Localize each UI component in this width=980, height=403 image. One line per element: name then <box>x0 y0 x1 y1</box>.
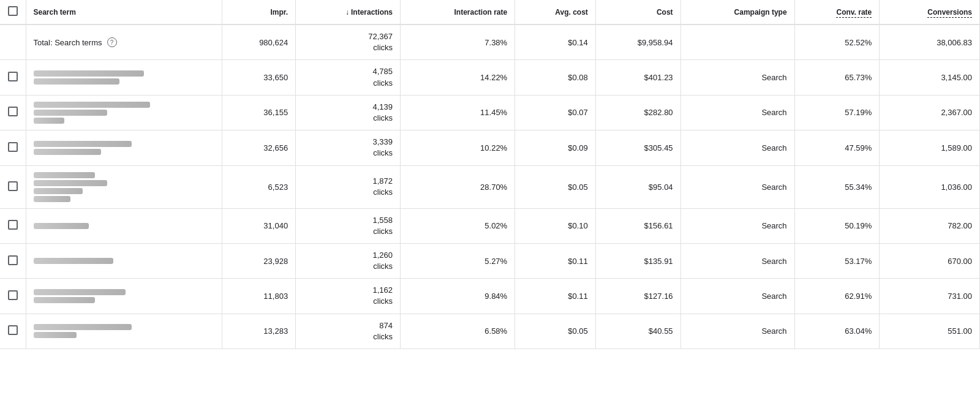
row-6-search-term[interactable] <box>26 243 222 278</box>
col-header-cost-label: Cost <box>657 8 673 17</box>
row-6-blurred-line-0 <box>34 258 113 264</box>
row-3-interactions: 3,339clicks <box>296 130 401 165</box>
row-2-conversions: 2,367.00 <box>880 95 980 130</box>
row-2-conv-rate: 57.19% <box>794 95 880 130</box>
row-6-interactions-unit: clicks <box>303 261 393 272</box>
row-6-checkbox[interactable] <box>8 255 18 265</box>
row-8-search-term-content <box>34 324 214 338</box>
row-2-interactions-unit: clicks <box>303 113 393 124</box>
total-label-container: Total: Search terms ? <box>34 37 214 47</box>
col-header-interaction-rate: Interaction rate <box>401 0 515 24</box>
row-4-interaction-rate: 28.70% <box>401 165 515 208</box>
total-row-interactions: 72,367 clicks <box>296 24 401 60</box>
row-1-search-term[interactable] <box>26 60 222 95</box>
row-4-checkbox[interactable] <box>8 181 18 191</box>
row-7-interactions-num: 1,162 <box>303 285 393 296</box>
row-7-interaction-rate: 9.84% <box>401 279 515 314</box>
row-8-avg-cost: $0.05 <box>515 314 596 348</box>
row-5-blurred-line-0 <box>34 223 89 229</box>
row-8-conversions: 551.00 <box>880 314 980 348</box>
row-4-interactions-num: 1,872 <box>303 176 393 187</box>
row-3-search-term[interactable] <box>26 130 222 165</box>
row-4-campaign-type: Search <box>680 165 794 208</box>
row-6-interaction-rate: 5.27% <box>401 243 515 278</box>
row-7-blurred-line-1 <box>34 297 95 303</box>
row-6-conversions: 670.00 <box>880 243 980 278</box>
row-3-blurred-line-1 <box>34 149 101 155</box>
row-5-conversions: 782.00 <box>880 208 980 243</box>
total-row-interaction-rate: 7.38% <box>401 24 515 60</box>
row-7-interactions: 1,162clicks <box>296 279 401 314</box>
row-8-interactions: 874clicks <box>296 314 401 348</box>
row-2-interactions-num: 4,139 <box>303 102 393 113</box>
row-2-impr: 36,155 <box>222 95 296 130</box>
row-8-interactions-num: 874 <box>303 320 393 331</box>
table-row: 31,0401,558clicks5.02%$0.10$156.61Search… <box>0 208 980 243</box>
row-3-checkbox-cell <box>0 130 26 165</box>
row-5-checkbox-cell <box>0 208 26 243</box>
row-6-campaign-type: Search <box>680 243 794 278</box>
row-8-checkbox-cell <box>0 314 26 348</box>
row-4-conv-rate: 55.34% <box>794 165 880 208</box>
col-header-interactions[interactable]: ↓Interactions <box>296 0 401 24</box>
row-4-interactions-cell: 1,872clicks <box>303 176 393 198</box>
row-5-interactions: 1,558clicks <box>296 208 401 243</box>
row-7-cost: $127.16 <box>595 279 680 314</box>
table-row: 6,5231,872clicks28.70%$0.05$95.04Search5… <box>0 165 980 208</box>
table-row: 23,9281,260clicks5.27%$0.11$135.91Search… <box>0 243 980 278</box>
row-7-search-term[interactable] <box>26 279 222 314</box>
row-4-avg-cost: $0.05 <box>515 165 596 208</box>
row-4-checkbox-cell <box>0 165 26 208</box>
row-5-interaction-rate: 5.02% <box>401 208 515 243</box>
row-5-search-term[interactable] <box>26 208 222 243</box>
row-5-checkbox[interactable] <box>8 220 18 230</box>
total-row-impr: 980,624 <box>222 24 296 60</box>
total-row: Total: Search terms ? 980,624 72,367 cli… <box>0 24 980 60</box>
row-2-cost: $282.80 <box>595 95 680 130</box>
row-1-blurred-line-0 <box>34 70 144 77</box>
row-6-cost: $135.91 <box>595 243 680 278</box>
row-2-search-term[interactable] <box>26 95 222 130</box>
row-3-campaign-type: Search <box>680 130 794 165</box>
row-1-interactions: 4,785clicks <box>296 60 401 95</box>
col-header-conv-rate[interactable]: Conv. rate <box>794 0 880 24</box>
row-6-search-term-content <box>34 258 214 264</box>
row-7-checkbox[interactable] <box>8 290 18 300</box>
row-1-impr: 33,650 <box>222 60 296 95</box>
row-8-blurred-line-0 <box>34 324 132 330</box>
table-row: 32,6563,339clicks10.22%$0.09$305.45Searc… <box>0 130 980 165</box>
row-3-interaction-rate: 10.22% <box>401 130 515 165</box>
col-header-conv-rate-label: Conv. rate <box>836 8 872 18</box>
row-1-campaign-type: Search <box>680 60 794 95</box>
row-8-cost: $40.55 <box>595 314 680 348</box>
row-8-blurred-line-1 <box>34 332 77 338</box>
row-1-interaction-rate: 14.22% <box>401 60 515 95</box>
row-7-search-term-content <box>34 289 214 303</box>
row-7-conversions: 731.00 <box>880 279 980 314</box>
row-8-search-term[interactable] <box>26 314 222 348</box>
row-7-campaign-type: Search <box>680 279 794 314</box>
row-4-blurred-line-3 <box>34 196 70 202</box>
row-6-interactions-cell: 1,260clicks <box>303 250 393 272</box>
row-4-search-term[interactable] <box>26 165 222 208</box>
row-1-conv-rate: 65.73% <box>794 60 880 95</box>
row-5-interactions-unit: clicks <box>303 226 393 237</box>
total-row-label: Total: Search terms <box>34 38 102 47</box>
col-header-conversions[interactable]: Conversions <box>880 0 980 24</box>
row-2-avg-cost: $0.07 <box>515 95 596 130</box>
row-2-checkbox[interactable] <box>8 107 18 116</box>
help-icon[interactable]: ? <box>107 37 117 47</box>
row-8-checkbox[interactable] <box>8 325 18 335</box>
select-all-checkbox[interactable] <box>8 6 18 16</box>
table-row: 36,1554,139clicks11.45%$0.07$282.80Searc… <box>0 95 980 130</box>
row-6-avg-cost: $0.11 <box>515 243 596 278</box>
row-4-blurred-line-1 <box>34 180 107 186</box>
row-1-checkbox[interactable] <box>8 72 18 81</box>
col-header-avg-cost-label: Avg. cost <box>555 8 588 17</box>
row-3-checkbox[interactable] <box>8 142 18 152</box>
row-1-interactions-cell: 4,785clicks <box>303 66 393 88</box>
row-3-cost: $305.45 <box>595 130 680 165</box>
total-interactions-num: 72,367 <box>303 31 393 42</box>
col-header-interaction-rate-label: Interaction rate <box>454 8 507 17</box>
row-4-interactions-unit: clicks <box>303 187 393 198</box>
